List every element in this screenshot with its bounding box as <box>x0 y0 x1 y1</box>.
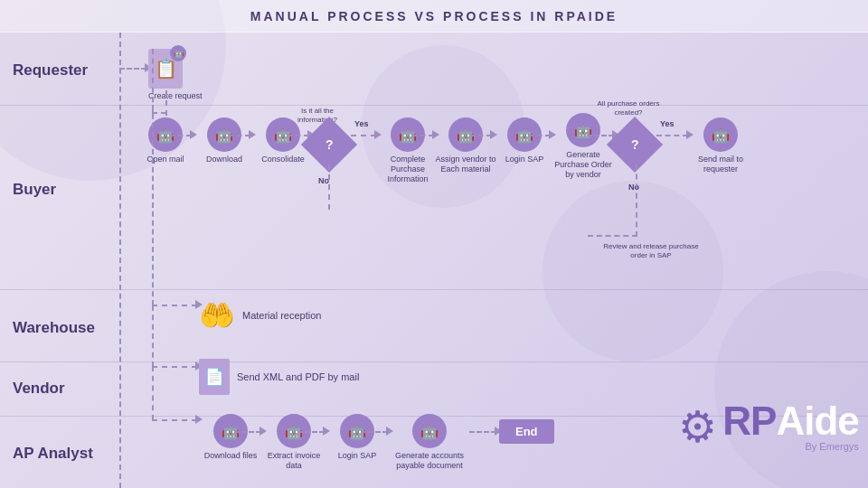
logo-aide: Aide <box>776 401 858 441</box>
line-om-dl <box>169 135 192 136</box>
send-mail-icon: 🤖 <box>703 117 738 152</box>
review-release-step: Review and release purchase order in SAP <box>597 242 705 261</box>
send-xml-label: Send XML and PDF by mail <box>237 371 359 382</box>
generate-po-label: Generate Purchase Order by vendor <box>552 150 615 179</box>
login-sap1-label: Login SAP <box>505 155 544 164</box>
page-title: MANUAL PROCESS VS PROCESS IN RPAIDE <box>0 0 868 33</box>
divider-warehouse-vendor <box>0 361 868 362</box>
material-reception-step: 🤲 Material reception <box>199 298 321 333</box>
generate-accounts-step: 🤖 Generate accounts payable document <box>389 414 470 471</box>
download-label: Download <box>206 155 242 164</box>
horiz-no2 <box>588 235 637 237</box>
diamond1-label: ? <box>326 137 334 152</box>
complete-purchase-label: Complete Purchase Information <box>376 155 439 183</box>
rpaide-logo: ⚙ RPAide By Emergys <box>687 401 850 452</box>
logo-rp: RP <box>722 401 776 441</box>
vert-buyer-warehouse <box>152 105 154 305</box>
generate-accounts-icon: 🤖 <box>412 414 447 448</box>
question1-text: Is it all the information? <box>286 107 349 124</box>
assign-vendor-label: Assign vendor to Each material <box>434 155 497 174</box>
line-ei-ls2 <box>297 431 325 433</box>
send-xml-step: 📄 Send XML and PDF by mail <box>199 359 359 395</box>
divider-buyer-warehouse <box>0 289 868 290</box>
login-sap2-step: 🤖 Login SAP <box>326 414 389 461</box>
question2-text: All purchase orders created? <box>592 99 665 117</box>
line-con-q1 <box>287 135 309 136</box>
diamond2-label: ? <box>631 137 639 152</box>
download-files-label: Download files <box>204 451 258 461</box>
role-requester: Requester <box>0 61 118 80</box>
role-content-divider <box>119 33 121 488</box>
yes2-label: Yes <box>660 119 675 128</box>
line-dl-con <box>228 135 250 136</box>
create-request-step: 📋 🤖 Create request <box>148 49 203 100</box>
logo-gear-icon: ⚙ <box>678 401 717 452</box>
open-mail-step: 🤖 Open mail <box>134 117 197 164</box>
assign-vendor-step: 🤖 Assign vendor to Each material <box>434 117 497 174</box>
horiz-vendor <box>152 366 197 368</box>
line-df-ei <box>234 431 261 433</box>
document-icon: 📄 <box>199 359 230 395</box>
horiz-warehouse <box>152 305 197 306</box>
generate-po-step: 🤖 Generate Purchase Order by vendor <box>552 113 615 179</box>
download-files-step: 🤖 Download files <box>199 414 262 461</box>
generate-po-icon: 🤖 <box>566 113 600 147</box>
login-sap2-label: Login SAP <box>338 451 377 461</box>
extract-invoice-label: Extract invoice data <box>262 451 326 471</box>
hand-icon: 🤲 <box>199 298 235 333</box>
download-step: 🤖 Download <box>193 117 256 164</box>
consolidate-label: Consolidate <box>261 155 305 164</box>
role-warehouse: Warehouse <box>0 319 118 337</box>
horiz-ap <box>152 419 197 421</box>
complete-purchase-step: 🤖 Complete Purchase Information <box>376 117 439 183</box>
create-request-label: Create request <box>148 91 203 100</box>
arrow-line-1 <box>119 68 146 70</box>
no2-label: No <box>628 183 639 192</box>
yes1-label: Yes <box>354 119 369 128</box>
end-badge: End <box>499 419 554 444</box>
extract-invoice-step: 🤖 Extract invoice data <box>262 414 326 471</box>
login-sap1-step: 🤖 Login SAP <box>493 117 556 164</box>
line-cp-av <box>411 135 434 136</box>
line-av-ls <box>469 135 492 136</box>
line-ls-gpo <box>528 135 551 136</box>
line-ls2-ga <box>361 431 388 433</box>
vert-vendor-ap <box>152 366 154 420</box>
send-mail-step: 🤖 Send mail to requester <box>689 117 752 174</box>
review-release-label: Review and release purchase order in SAP <box>597 242 705 261</box>
horiz-req-buyer <box>152 112 166 114</box>
line-gpo-q2 <box>587 135 614 136</box>
line-q2-yes <box>656 135 688 136</box>
send-mail-label: Send mail to requester <box>689 155 752 174</box>
material-reception-label: Material reception <box>242 310 321 321</box>
divider-requester-buyer <box>0 105 868 106</box>
line-ga-end <box>469 431 496 433</box>
role-buyer: Buyer <box>0 181 118 199</box>
generate-accounts-label: Generate accounts payable document <box>389 451 470 471</box>
vert-no2 <box>636 164 637 237</box>
role-ap-analyst: AP Analyst <box>0 445 118 463</box>
vert-req-buyer-left <box>152 49 154 112</box>
vert-no1 <box>328 164 330 210</box>
line-q1-yes <box>351 135 376 136</box>
vert-warehouse-vendor <box>152 305 154 367</box>
role-vendor: Vendor <box>0 380 118 398</box>
